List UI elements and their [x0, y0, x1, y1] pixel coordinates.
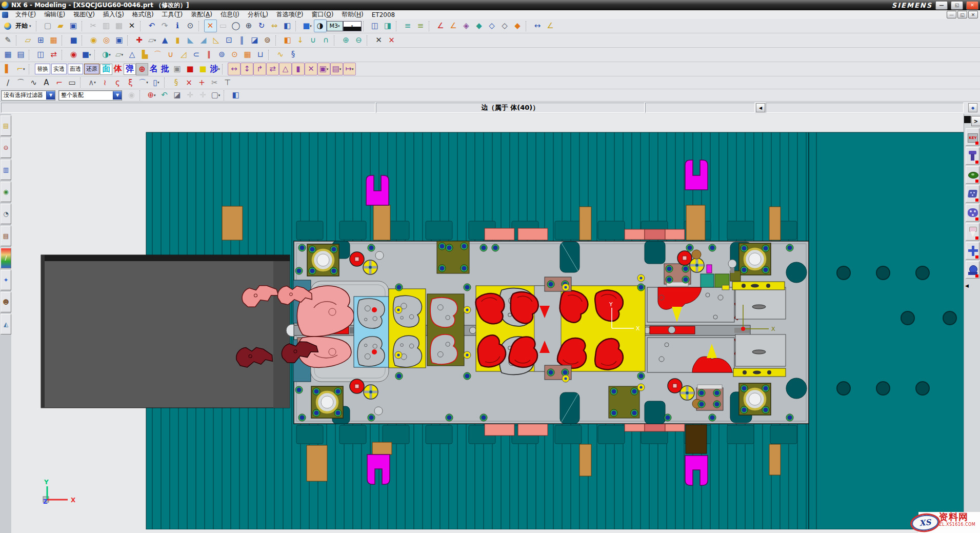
pan-view-icon[interactable]: ⇔: [268, 19, 281, 32]
bracket-part-item[interactable]: [966, 185, 979, 203]
menu-item-h[interactable]: 帮助(H): [337, 10, 367, 19]
trim-sheet-icon[interactable]: ◧: [281, 34, 294, 47]
snap-select-icon[interactable]: ⊕▾: [145, 89, 158, 102]
measure-angle-icon[interactable]: ∠: [544, 19, 557, 32]
close-button[interactable]: ✕: [966, 1, 978, 10]
boss-icon[interactable]: ⊙: [228, 48, 241, 61]
selection-scope-combo[interactable]: 整个装配 ▼: [58, 90, 122, 101]
spline-edit-3-icon[interactable]: ξ: [124, 76, 137, 89]
layer-visible-icon[interactable]: ≡: [414, 19, 427, 32]
block-icon[interactable]: ■: [67, 34, 80, 47]
corner-icon[interactable]: ⌐: [53, 76, 66, 89]
snap-point-icon[interactable]: ✛: [184, 89, 196, 102]
bend-1-icon[interactable]: ⌒: [151, 48, 164, 61]
body-tool-icon[interactable]: 体: [112, 64, 124, 75]
model-canvas[interactable]: Y X X Y X Z: [11, 114, 964, 533]
die-bushing-item[interactable]: [966, 166, 979, 184]
menu-item-p[interactable]: 首选项(P): [272, 10, 308, 19]
sheet-metal-icon[interactable]: ◺: [210, 34, 223, 47]
delete-component-icon[interactable]: ✕: [305, 63, 317, 75]
shell-icon[interactable]: ⊂: [190, 48, 203, 61]
extrude-cone-icon[interactable]: ▲: [158, 34, 171, 47]
shaded-view-icon[interactable]: ■▾: [301, 19, 314, 32]
layer-settings-icon[interactable]: ≡: [402, 19, 414, 32]
menu-item-s[interactable]: 插入(S): [99, 10, 128, 19]
constrain-component-icon[interactable]: △: [279, 63, 292, 75]
arc-icon[interactable]: ⌒: [14, 76, 27, 89]
cylinder-component-icon[interactable]: ▮: [292, 63, 305, 75]
datum-plane-icon[interactable]: ▱: [22, 34, 34, 47]
thread-icon[interactable]: ▦: [241, 48, 254, 61]
work-block-icon[interactable]: ■▾: [80, 48, 93, 61]
pattern-list-icon[interactable]: ▤: [14, 48, 27, 61]
mirror-swap-icon[interactable]: ⇄: [47, 48, 60, 61]
paste-icon[interactable]: ▦: [113, 19, 126, 32]
solid-preselect-icon[interactable]: ◧: [229, 89, 242, 102]
name-tool-icon[interactable]: 名: [148, 64, 159, 75]
erase-highlight-icon[interactable]: ◪: [171, 89, 184, 102]
batch-tool-icon[interactable]: 批: [159, 64, 171, 75]
zoom-box-icon[interactable]: ▭: [217, 19, 230, 32]
step-block-icon[interactable]: ▙: [138, 48, 151, 61]
sketch-icon[interactable]: ✎: [2, 34, 14, 47]
helix-icon[interactable]: §: [287, 48, 299, 61]
project-curve-icon[interactable]: ⊤: [221, 76, 234, 89]
divide-curve-icon[interactable]: +: [195, 76, 208, 89]
station-yellow-plate[interactable]: [389, 289, 426, 368]
redo-icon[interactable]: ↷: [158, 19, 171, 32]
spline-edit-2-icon[interactable]: ς: [111, 76, 124, 89]
search-icon[interactable]: ⊙: [184, 19, 197, 32]
pattern-rect-icon[interactable]: ▦: [2, 48, 14, 61]
background-color-box[interactable]: ▾: [343, 21, 362, 31]
smooth-surface-icon[interactable]: ⌒▾: [137, 76, 150, 89]
render-style-icon[interactable]: ◑: [314, 19, 327, 32]
intersect-icon[interactable]: ∩: [319, 34, 332, 47]
bend-2-icon[interactable]: ∪: [164, 48, 177, 61]
key-part-item[interactable]: KEY: [966, 128, 979, 146]
palettes-tab[interactable]: ▤: [1, 226, 11, 246]
wcs-dynamics-icon[interactable]: ∠: [447, 19, 460, 32]
line-icon[interactable]: ∕: [2, 76, 14, 89]
menu-item-f[interactable]: 文件(F): [11, 10, 40, 19]
revolve-icon[interactable]: ◎: [100, 34, 113, 47]
blade-2-icon[interactable]: ◢: [197, 34, 210, 47]
status-collapse-button[interactable]: ◀: [756, 103, 765, 112]
visualization-tab[interactable]: ∕: [1, 248, 11, 268]
menu-item-t[interactable]: 工具(T): [158, 10, 187, 19]
cube-hole-icon[interactable]: ⊡: [223, 34, 235, 47]
revolve-pin-icon[interactable]: ◉: [87, 34, 100, 47]
combo-arrow-icon[interactable]: ▼: [113, 91, 122, 100]
pin-icon[interactable]: ↓: [294, 34, 307, 47]
interference-tool-icon[interactable]: 涉▾: [209, 64, 221, 75]
die-base-icon[interactable]: ▌: [2, 63, 14, 75]
stock-strip-panel[interactable]: [41, 255, 290, 408]
menu-item-i[interactable]: 信息(I): [216, 10, 244, 19]
hole-body-icon[interactable]: ⊚: [261, 34, 274, 47]
mdi-restore-button[interactable]: ◱: [957, 11, 967, 18]
instance-remove-icon[interactable]: ⊖: [352, 34, 365, 47]
drag-component-icon[interactable]: ↱: [253, 63, 266, 75]
spring-tool-icon[interactable]: 弹: [124, 64, 136, 75]
clip-work-section-icon[interactable]: ◨: [382, 19, 394, 32]
menu-item-l[interactable]: 分析(L): [244, 10, 272, 19]
instance-add-icon[interactable]: ⊕: [339, 34, 352, 47]
rib-icon[interactable]: ∥: [203, 48, 215, 61]
cylinder-pair-icon[interactable]: ‖: [235, 34, 248, 47]
menu-item-e[interactable]: 编辑(E): [40, 10, 69, 19]
menu-item-v[interactable]: 视图(V): [69, 10, 99, 19]
copy-object-icon[interactable]: ▣: [171, 63, 184, 75]
immediate-hide-icon[interactable]: ◇: [486, 19, 498, 32]
restore-button[interactable]: 还原: [84, 64, 99, 74]
face-tool-icon[interactable]: 面: [100, 64, 112, 75]
save-icon[interactable]: ▣: [67, 19, 80, 32]
mdi-minimize-button[interactable]: —: [947, 11, 956, 18]
internet-explorer-tab[interactable]: ◉: [1, 182, 11, 202]
trim-curve-icon[interactable]: ×: [183, 76, 195, 89]
selection-filter-combo[interactable]: 没有选择过滤器 ▼: [1, 90, 55, 101]
zoom-in-out-icon[interactable]: ⊕: [243, 19, 255, 32]
scene-wand-tab[interactable]: ✦: [1, 270, 11, 290]
show-icon[interactable]: ◆: [511, 19, 524, 32]
materials-tab[interactable]: ◭: [1, 314, 11, 334]
space-component-icon[interactable]: ↦▾: [343, 63, 356, 75]
unite-icon[interactable]: ∪: [307, 34, 319, 47]
